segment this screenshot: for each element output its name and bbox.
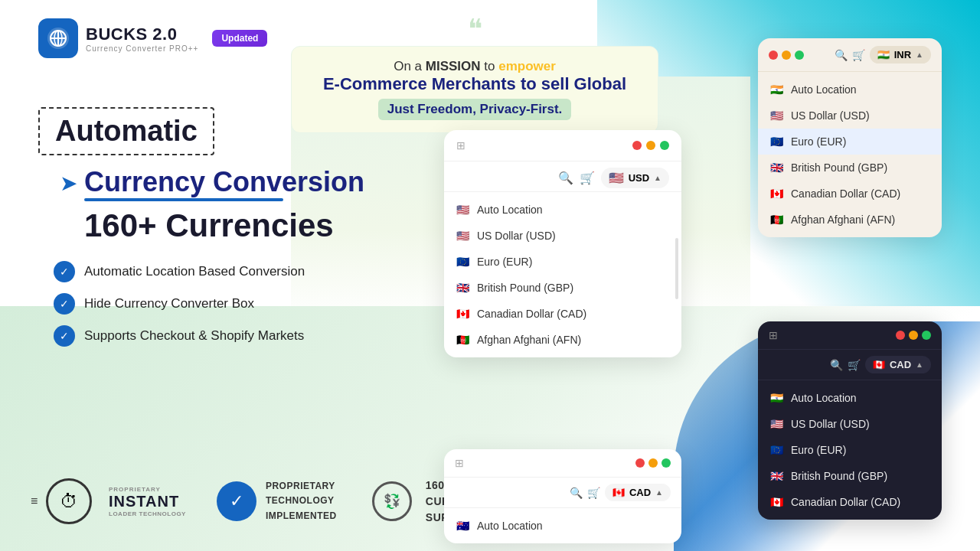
inr-list-cad[interactable]: 🇨🇦 Canadian Dollar (CAD) bbox=[758, 181, 942, 207]
cad-dark-currency-list: 🇮🇳 Auto Location 🇺🇸 US Dollar (USD) 🇪🇺 E… bbox=[758, 380, 942, 520]
inr-window-dots bbox=[769, 51, 804, 60]
cad-dark-usd-label: US Dollar (USD) bbox=[791, 418, 870, 430]
usd-list-label: US Dollar (USD) bbox=[477, 230, 556, 242]
cad-dark-gbp[interactable]: 🇬🇧 British Pound (GBP) bbox=[758, 463, 942, 489]
inr-list-gbp[interactable]: 🇬🇧 British Pound (GBP) bbox=[758, 155, 942, 181]
dot-green bbox=[660, 141, 669, 150]
inr-currency-selector[interactable]: 🇮🇳 INR ▲ bbox=[870, 46, 931, 64]
check-icon-3: ✓ bbox=[54, 325, 75, 347]
auto-label: Auto Location bbox=[477, 204, 543, 216]
chevron-down-icon: ▲ bbox=[654, 174, 662, 182]
cad-bot-dot-green bbox=[662, 458, 671, 468]
mission-line1: On a MISSION to empower bbox=[313, 59, 636, 74]
cad-dark-cad[interactable]: 🇨🇦 Canadian Dollar (CAD) bbox=[758, 489, 942, 515]
cad-dark-widget[interactable]: ⊞ 🔍 🛒 🇨🇦 CAD ▲ 🇮🇳 Auto Location 🇺🇸 bbox=[758, 321, 942, 520]
inr-cad-flag: 🇨🇦 bbox=[770, 187, 783, 200]
tech-check-icon: ✓ bbox=[217, 481, 256, 521]
cad-dark-cad-flag: 🇨🇦 bbox=[770, 496, 783, 508]
automatic-badge: Automatic bbox=[38, 107, 214, 155]
cad-bot-auto-label: Auto Location bbox=[477, 520, 543, 532]
usd-widget[interactable]: ⊞ 🔍 🛒 🇺🇸 USD ▲ 🇺🇸 Auto Location 🇺🇸 bbox=[444, 130, 681, 357]
cad-dark-label: CAD bbox=[890, 359, 911, 370]
inr-dot-green bbox=[795, 51, 804, 60]
cad-cart-icon[interactable]: 🛒 bbox=[848, 359, 861, 371]
cad-search-icon[interactable]: 🔍 bbox=[830, 359, 843, 371]
cad-dark-usd[interactable]: 🇺🇸 US Dollar (USD) bbox=[758, 411, 942, 437]
inr-list-afn[interactable]: 🇦🇫 Afghan Afghani (AFN) bbox=[758, 207, 942, 233]
cad-bot-flag: 🇨🇦 bbox=[612, 487, 625, 498]
list-item-gbp[interactable]: 🇬🇧 British Pound (GBP) bbox=[444, 275, 681, 301]
afn-flag: 🇦🇫 bbox=[456, 334, 469, 346]
cad-bot-auto-flag: 🇦🇺 bbox=[456, 520, 469, 532]
inr-eur-label: Euro (EUR) bbox=[791, 135, 846, 148]
inr-afn-flag: 🇦🇫 bbox=[770, 214, 783, 226]
inr-list-auto[interactable]: 🇮🇳 Auto Location bbox=[758, 77, 942, 103]
cad-dark-usd-flag: 🇺🇸 bbox=[770, 418, 783, 430]
check-icon-2: ✓ bbox=[54, 293, 75, 315]
cad-dot-yellow bbox=[909, 331, 918, 340]
inr-currency-list: 🇮🇳 Auto Location 🇺🇸 US Dollar (USD) 🇪🇺 E… bbox=[758, 72, 942, 237]
instant-text: PROPRIETARY INSTANT LOADER TECHNOLOGY bbox=[109, 486, 186, 517]
feature-label-1: Automatic Location Based Conversion bbox=[84, 264, 305, 279]
cad-dark-eur-label: Euro (EUR) bbox=[791, 444, 846, 456]
cad-bot-cart-icon[interactable]: 🛒 bbox=[587, 487, 600, 499]
cad-dark-gbp-label: British Pound (GBP) bbox=[791, 470, 887, 482]
instant-badge: ⏱ ≡ PROPRIETARY INSTANT LOADER TECHNOLOG… bbox=[38, 474, 186, 528]
inr-chevron-icon: ▲ bbox=[916, 51, 923, 59]
usd-widget-header: ⊞ bbox=[444, 130, 681, 161]
inr-search-icon[interactable]: 🔍 bbox=[835, 49, 848, 61]
cad-dark-selector[interactable]: 🇨🇦 CAD ▲ bbox=[865, 356, 931, 373]
cart-icon[interactable]: 🛒 bbox=[580, 171, 595, 185]
inr-gbp-label: British Pound (GBP) bbox=[791, 161, 887, 174]
cad-dot-green bbox=[922, 331, 931, 340]
cad-bot-search-icon[interactable]: 🔍 bbox=[570, 487, 583, 499]
cad-bot-auto[interactable]: 🇦🇺 Auto Location bbox=[444, 513, 681, 539]
empower-text: empower bbox=[498, 59, 556, 73]
list-item-cad[interactable]: 🇨🇦 Canadian Dollar (CAD) bbox=[444, 301, 681, 327]
inr-list-eur[interactable]: 🇪🇺 Euro (EUR) bbox=[758, 129, 942, 155]
cad-dark-resize-icon: ⊞ bbox=[769, 329, 778, 341]
cad-bot-chevron-icon: ▲ bbox=[655, 488, 663, 497]
inr-usd-flag: 🇺🇸 bbox=[770, 109, 783, 122]
cad-dark-auto[interactable]: 🇮🇳 Auto Location bbox=[758, 385, 942, 411]
usd-label: USD bbox=[629, 172, 649, 184]
cad-bottom-widget[interactable]: ⊞ 🔍 🛒 🇨🇦 CAD ▲ 🇦🇺 Auto Location bbox=[444, 449, 681, 543]
cad-dark-auto-flag: 🇮🇳 bbox=[770, 392, 783, 404]
inr-cart-icon[interactable]: 🛒 bbox=[852, 49, 865, 61]
cad-bottom-pin-icon: ⊞ bbox=[455, 457, 464, 469]
cad-bot-dot-red bbox=[635, 458, 645, 468]
inr-widget[interactable]: 🔍 🛒 🇮🇳 INR ▲ 🇮🇳 Auto Location 🇺🇸 US Doll… bbox=[758, 38, 942, 237]
search-icon[interactable]: 🔍 bbox=[558, 171, 573, 185]
pin-icon: ⊞ bbox=[456, 139, 466, 152]
currency-conv-title: Currency Conversion bbox=[38, 166, 421, 198]
cad-dot-red bbox=[896, 331, 905, 340]
cad-dark-chevron-icon: ▲ bbox=[916, 360, 923, 369]
cad-bot-label: CAD bbox=[629, 487, 651, 498]
instant-icon: ⏱ bbox=[46, 478, 92, 524]
inr-auto-flag: 🇮🇳 bbox=[770, 83, 783, 96]
window-dots bbox=[632, 141, 669, 150]
list-item-usd[interactable]: 🇺🇸 US Dollar (USD) bbox=[444, 223, 681, 249]
logo-text: BUCKS 2.0 Currency Converter PRO++ bbox=[86, 24, 198, 53]
mission-line2: E-Commerce Merchants to sell Global bbox=[313, 74, 636, 94]
currencies-icon: 💱 bbox=[368, 477, 416, 526]
quote-marks: ❝ bbox=[291, 15, 658, 43]
cad-bottom-selector[interactable]: 🇨🇦 CAD ▲ bbox=[605, 484, 671, 501]
list-item-auto[interactable]: 🇺🇸 Auto Location bbox=[444, 197, 681, 223]
list-item-eur[interactable]: 🇪🇺 Euro (EUR) bbox=[444, 249, 681, 275]
usd-currency-selector[interactable]: 🇺🇸 USD ▲ bbox=[601, 168, 669, 188]
dot-red bbox=[632, 141, 642, 150]
inr-list-usd[interactable]: 🇺🇸 US Dollar (USD) bbox=[758, 103, 942, 129]
proprietary-badge: ✓ PROPRIETARYTECHNOLOGYIMPLEMENTED bbox=[217, 479, 337, 523]
inr-dot-red bbox=[769, 51, 778, 60]
usd-currency-list: 🇺🇸 Auto Location 🇺🇸 US Dollar (USD) 🇪🇺 E… bbox=[444, 192, 681, 357]
cad-dark-auto-label: Auto Location bbox=[791, 392, 857, 404]
cad-flag: 🇨🇦 bbox=[456, 308, 469, 320]
inr-label: INR bbox=[894, 49, 911, 60]
list-item-afn[interactable]: 🇦🇫 Afghan Afghani (AFN) bbox=[444, 327, 681, 353]
cad-label: Canadian Dollar (CAD) bbox=[477, 308, 586, 320]
cad-dark-flag: 🇨🇦 bbox=[873, 359, 885, 370]
cad-dark-eur[interactable]: 🇪🇺 Euro (EUR) bbox=[758, 437, 942, 463]
inr-auto-label: Auto Location bbox=[791, 83, 857, 96]
eur-label: Euro (EUR) bbox=[477, 256, 532, 268]
